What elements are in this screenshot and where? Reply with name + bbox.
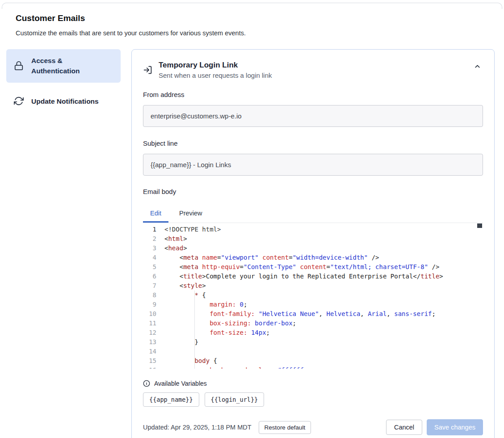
line-number: 7 <box>143 281 156 291</box>
code-line-content: box-sizing: border-box; <box>164 319 296 328</box>
code-line: 6 <title>Complete your login to the Repl… <box>143 272 483 281</box>
content-layout: Access & Authentication Update Notificat… <box>6 49 495 438</box>
code-line-content: <html> <box>164 234 187 244</box>
line-number: 9 <box>143 300 156 309</box>
code-line-content: margin: 0; <box>164 300 247 309</box>
tab-edit[interactable]: Edit <box>143 204 168 223</box>
variable-chips: {{app_name}} {{login_url}} <box>143 392 483 407</box>
code-line-content: <!DOCTYPE html> <box>164 225 221 234</box>
code-line-content: background-color: #ffffff; <box>164 366 307 369</box>
code-line: 3<head> <box>143 244 483 253</box>
code-line-content: <style> <box>164 281 206 291</box>
line-number: 10 <box>143 309 156 319</box>
indent-guide <box>194 291 195 369</box>
chevron-up-icon <box>474 63 481 70</box>
code-line-content: body { <box>164 356 217 366</box>
from-address-label: From address <box>143 91 483 98</box>
line-number: 16 <box>143 366 156 369</box>
info-icon <box>143 380 150 387</box>
login-icon <box>143 65 152 75</box>
line-number: 14 <box>143 347 156 356</box>
line-number: 5 <box>143 262 156 272</box>
restore-default-button[interactable]: Restore default <box>259 421 311 434</box>
sidebar-item-label: Access & Authentication <box>31 55 98 76</box>
code-line-content: <title>Complete your login to the Replic… <box>164 272 443 281</box>
collapse-button[interactable] <box>472 61 483 72</box>
line-number: 2 <box>143 234 156 244</box>
lock-icon <box>13 61 24 71</box>
updated-timestamp: Updated: Apr 29, 2025, 1:18 PM MDT <box>143 424 252 431</box>
available-variables-header: Available Variables <box>143 380 483 387</box>
code-line-content: <meta http-equiv="Content-Type" content=… <box>164 262 439 272</box>
panel-subtitle: Sent when a user requests a login link <box>159 72 272 79</box>
editor-scrollbar-thumb[interactable] <box>477 223 482 228</box>
sidebar-item-access-authentication[interactable]: Access & Authentication <box>6 49 121 83</box>
line-number: 8 <box>143 291 156 300</box>
code-line-content: font-size: 14px; <box>164 328 270 337</box>
page-title: Customer Emails <box>16 13 85 23</box>
code-line-content: <meta name="viewport" content="width=dev… <box>164 253 379 262</box>
code-editor[interactable]: 1<!DOCTYPE html>2<html>3<head>4 <meta na… <box>143 223 483 369</box>
panel-footer: Updated: Apr 29, 2025, 1:18 PM MDT Resto… <box>143 419 483 435</box>
cancel-button[interactable]: Cancel <box>386 420 422 435</box>
save-changes-button[interactable]: Save changes <box>427 419 483 435</box>
line-number: 13 <box>143 337 156 347</box>
code-line-content: <head> <box>164 244 187 253</box>
variable-chip-app-name[interactable]: {{app_name}} <box>143 392 199 407</box>
code-line: 5 <meta http-equiv="Content-Type" conten… <box>143 262 483 272</box>
subject-line-label: Subject line <box>143 139 483 147</box>
editor-tabs: Edit Preview <box>143 204 483 223</box>
sidebar-item-update-notifications[interactable]: Update Notifications <box>6 90 121 113</box>
email-body-label: Email body <box>143 188 483 195</box>
code-line-content: font-family: "Helvetica Neue", Helvetica… <box>164 309 436 319</box>
subject-line-input[interactable] <box>143 154 483 176</box>
email-settings-panel: Temporary Login Link Sent when a user re… <box>131 49 495 438</box>
variable-chip-login-url[interactable]: {{login_url}} <box>205 392 265 407</box>
code-line-content: } <box>164 337 198 347</box>
code-line: 1<!DOCTYPE html> <box>143 225 483 234</box>
page-subtitle: Customize the emails that are sent to yo… <box>16 29 246 37</box>
line-number: 6 <box>143 272 156 281</box>
panel-header-text: Temporary Login Link Sent when a user re… <box>159 61 272 79</box>
page-top-border <box>2 3 502 9</box>
line-number: 1 <box>143 225 156 234</box>
code-line: 4 <meta name="viewport" content="width=d… <box>143 253 483 262</box>
line-number: 3 <box>143 244 156 253</box>
code-line: 7 <style> <box>143 281 483 291</box>
from-address-input[interactable] <box>143 105 483 127</box>
code-line: 2<html> <box>143 234 483 244</box>
tab-preview[interactable]: Preview <box>172 204 210 223</box>
line-number: 4 <box>143 253 156 262</box>
sidebar: Access & Authentication Update Notificat… <box>6 49 121 120</box>
available-variables-label: Available Variables <box>154 380 207 387</box>
line-number: 15 <box>143 356 156 366</box>
line-number: 12 <box>143 328 156 337</box>
panel-header: Temporary Login Link Sent when a user re… <box>143 61 483 79</box>
line-number: 11 <box>143 319 156 328</box>
sidebar-item-label: Update Notifications <box>31 96 99 106</box>
panel-title: Temporary Login Link <box>159 61 272 70</box>
refresh-icon <box>13 96 24 106</box>
code-line-content: * { <box>164 291 206 300</box>
